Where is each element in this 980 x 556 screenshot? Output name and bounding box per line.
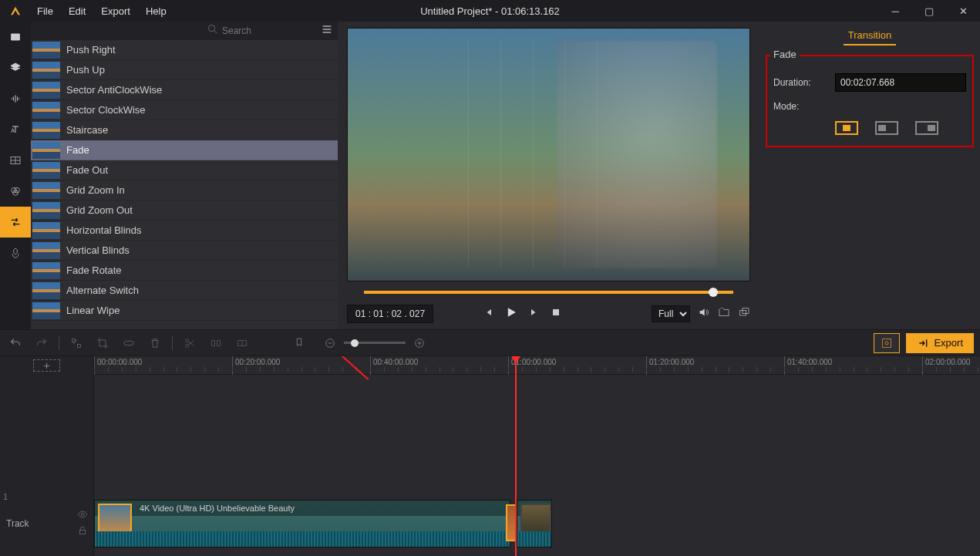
mode-right[interactable] bbox=[915, 121, 938, 135]
timeline-clip-2[interactable] bbox=[517, 500, 552, 548]
transition-thumb bbox=[32, 282, 60, 299]
transition-item[interactable]: Push Up bbox=[31, 60, 338, 80]
prev-frame-icon[interactable] bbox=[482, 306, 494, 322]
transition-label: Vertical Blinds bbox=[66, 244, 130, 256]
transition-label: Alternate Switch bbox=[66, 285, 139, 296]
svg-rect-11 bbox=[124, 341, 133, 345]
transition-item[interactable]: Fade Out bbox=[31, 160, 338, 180]
undo-icon[interactable] bbox=[6, 334, 25, 352]
stop-icon[interactable] bbox=[550, 306, 562, 322]
tool-crop-icon[interactable] bbox=[93, 334, 112, 352]
zoom-in-icon[interactable] bbox=[410, 334, 429, 352]
add-track-button[interactable]: + bbox=[33, 359, 59, 372]
tab-layers[interactable] bbox=[0, 52, 31, 83]
transition-item[interactable]: Fade bbox=[31, 140, 338, 160]
transition-label: Grid Zoom In bbox=[66, 184, 125, 196]
timeline-playhead[interactable] bbox=[515, 356, 517, 556]
transition-thumb bbox=[32, 302, 60, 319]
timeline-clip-1[interactable]: 4K Video (Ultra HD) Unbelievable Beauty bbox=[94, 500, 510, 548]
transition-item[interactable]: Push Right bbox=[31, 40, 338, 60]
svg-rect-5 bbox=[553, 309, 559, 315]
maximize-icon[interactable]: ▢ bbox=[912, 0, 946, 22]
zoom-out-icon[interactable] bbox=[321, 334, 339, 352]
svg-rect-14 bbox=[212, 340, 215, 345]
menu-edit[interactable]: Edit bbox=[62, 2, 92, 20]
transition-item[interactable]: Vertical Blinds bbox=[31, 241, 338, 261]
track-lock-icon[interactable] bbox=[77, 525, 88, 538]
tab-elements[interactable] bbox=[0, 238, 31, 268]
marker-icon[interactable] bbox=[290, 334, 308, 352]
transition-item[interactable]: Sector AntiClockWise bbox=[31, 80, 338, 100]
transition-thumb bbox=[32, 222, 60, 239]
transition-item[interactable]: Horizontal Blinds bbox=[31, 221, 338, 241]
transition-label: Push Right bbox=[66, 44, 116, 56]
transition-label: Fade Rotate bbox=[66, 265, 122, 276]
transition-item[interactable]: Linear Wipe bbox=[31, 301, 338, 321]
transition-label: Staircase bbox=[66, 124, 108, 136]
mode-left[interactable] bbox=[875, 121, 898, 135]
search-input[interactable] bbox=[222, 25, 315, 36]
tool-cut-icon[interactable] bbox=[180, 334, 199, 352]
app-logo-icon bbox=[0, 5, 31, 17]
transition-thumb bbox=[32, 62, 60, 79]
transition-item[interactable]: Grid Zoom Out bbox=[31, 200, 338, 221]
menu-file[interactable]: File bbox=[31, 2, 59, 20]
transition-thumb bbox=[32, 262, 60, 279]
menu-export[interactable]: Export bbox=[95, 2, 136, 20]
track-number: 1 bbox=[3, 492, 8, 501]
transition-item[interactable]: Sector ClockWise bbox=[31, 100, 338, 120]
menu-help[interactable]: Help bbox=[140, 2, 173, 20]
props-section-label: Fade bbox=[770, 49, 800, 60]
tab-text[interactable] bbox=[0, 114, 31, 145]
next-frame-icon[interactable] bbox=[528, 306, 541, 322]
tool-split-icon[interactable] bbox=[207, 334, 225, 352]
props-tab-transition[interactable]: Transition bbox=[844, 26, 897, 45]
export-settings-button[interactable] bbox=[874, 333, 900, 353]
tool-delete-icon[interactable] bbox=[146, 334, 164, 352]
mode-center[interactable] bbox=[835, 121, 858, 135]
redo-icon[interactable] bbox=[32, 334, 51, 352]
tool-link-icon[interactable] bbox=[120, 334, 138, 352]
export-label: Export bbox=[934, 337, 963, 349]
transition-label: Linear Wipe bbox=[66, 305, 120, 316]
preview-scrubber[interactable] bbox=[364, 291, 733, 294]
svg-rect-6 bbox=[719, 310, 729, 316]
close-icon[interactable]: ✕ bbox=[946, 0, 980, 22]
snapshot-icon[interactable] bbox=[718, 306, 730, 322]
tab-filters[interactable] bbox=[0, 176, 31, 207]
clip-title: 4K Video (Ultra HD) Unbelievable Beauty bbox=[140, 504, 295, 513]
transition-item[interactable]: Staircase bbox=[31, 120, 338, 140]
transition-label: Push Up bbox=[66, 64, 105, 76]
list-view-icon[interactable] bbox=[321, 23, 333, 39]
tab-split[interactable] bbox=[0, 145, 31, 176]
volume-icon[interactable] bbox=[698, 306, 710, 322]
detach-icon[interactable] bbox=[738, 306, 750, 322]
svg-rect-22 bbox=[80, 530, 86, 534]
transition-item[interactable]: Fade Rotate bbox=[31, 261, 338, 281]
tool-merge-icon[interactable] bbox=[233, 334, 251, 352]
tab-transitions[interactable] bbox=[0, 207, 31, 238]
svg-rect-7 bbox=[740, 310, 746, 315]
transition-label: Fade bbox=[66, 144, 89, 156]
preview-timecode: 01 : 01 : 02 . 027 bbox=[347, 305, 433, 323]
transition-thumb bbox=[32, 142, 60, 159]
tab-media[interactable] bbox=[0, 22, 31, 52]
zoom-slider[interactable] bbox=[344, 342, 406, 344]
minimize-icon[interactable]: ─ bbox=[878, 0, 912, 22]
svg-point-12 bbox=[186, 344, 189, 347]
transition-thumb bbox=[32, 202, 60, 219]
fit-select[interactable]: Full bbox=[652, 305, 690, 322]
search-icon bbox=[207, 23, 219, 39]
tab-audio[interactable] bbox=[0, 83, 31, 114]
ruler-tick-label: 01:40:00.000 bbox=[787, 358, 832, 366]
transition-item[interactable]: Alternate Switch bbox=[31, 281, 338, 301]
export-button[interactable]: Export bbox=[906, 333, 974, 353]
duration-input[interactable] bbox=[835, 73, 966, 92]
play-icon[interactable] bbox=[503, 305, 519, 323]
transition-thumb bbox=[32, 182, 60, 199]
transition-item[interactable]: Grid Zoom In bbox=[31, 180, 338, 200]
svg-point-21 bbox=[81, 513, 84, 516]
tool-select-icon[interactable] bbox=[67, 334, 86, 352]
track-visibility-icon[interactable] bbox=[77, 509, 88, 522]
preview-monitor bbox=[347, 28, 750, 281]
